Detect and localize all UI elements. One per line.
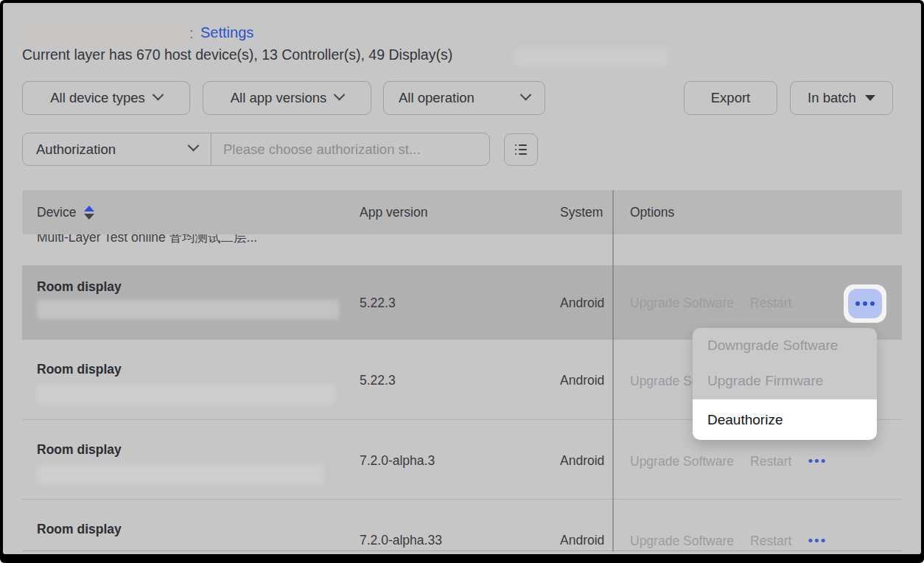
more-options-button[interactable]: ••• <box>808 533 827 549</box>
app-versions-label: All app versions <box>231 90 327 106</box>
caret-down-icon <box>865 95 875 101</box>
chevron-down-icon <box>334 88 346 100</box>
redacted-status-extra <box>514 48 669 66</box>
redacted-breadcrumb <box>22 21 187 44</box>
screenshot-frame: : Settings Current layer has 670 host de… <box>0 0 924 563</box>
redacted-device-id <box>37 300 339 319</box>
export-label: Export <box>711 90 750 106</box>
sort-icon[interactable] <box>84 206 94 220</box>
more-options-highlight-ring <box>844 284 886 323</box>
app-versions-select[interactable]: All app versions <box>203 81 371 115</box>
breadcrumb-separator: : <box>189 25 194 42</box>
device-name: Room display <box>37 442 122 458</box>
system-cell: Android <box>560 373 612 388</box>
settings-link[interactable]: Settings <box>200 24 253 41</box>
upgrade-software-link[interactable]: Upgrade Software <box>630 296 734 311</box>
device-types-select[interactable]: All device types <box>22 81 190 115</box>
table-row: Room display 7.2.0-alpha.33 Android Upgr… <box>22 499 902 554</box>
device-name: Room display <box>37 279 122 295</box>
system-cell: Android <box>560 453 612 469</box>
app-version-cell: 5.22.3 <box>360 296 396 311</box>
more-options-icon <box>855 301 860 306</box>
list-view-button[interactable] <box>504 133 538 166</box>
restart-link[interactable]: Restart <box>750 534 791 549</box>
menu-item-downgrade-software[interactable]: Downgrade Software <box>693 328 877 363</box>
column-header-options: Options <box>630 190 674 234</box>
more-options-icon <box>863 301 867 306</box>
system-cell: Android <box>560 296 612 311</box>
fixed-column-divider <box>612 190 614 551</box>
column-header-device[interactable]: Device <box>37 190 94 234</box>
authorization-field-label: Authorization <box>36 141 116 158</box>
layer-status-text: Current layer has 670 host device(s), 13… <box>22 46 452 63</box>
more-options-icon <box>870 301 875 306</box>
chevron-down-icon <box>520 88 532 100</box>
menu-item-deauthorize[interactable]: Deauthorize <box>693 399 877 440</box>
chevron-down-icon <box>188 140 200 152</box>
sort-descending-icon <box>84 214 94 220</box>
column-header-system: System <box>560 190 612 234</box>
device-name: Room display <box>37 362 122 377</box>
restart-link[interactable]: Restart <box>750 296 791 311</box>
options-cell: Upgrade Software Restart ••• <box>630 533 827 549</box>
operation-label: All operation <box>399 90 475 106</box>
upgrade-software-link[interactable]: Upgrade Software <box>630 454 734 469</box>
device-types-label: All device types <box>50 90 145 106</box>
app-version-cell: 7.2.0-alpha.33 <box>360 533 442 548</box>
authorization-status-input[interactable] <box>211 133 489 165</box>
device-name: Room display <box>37 522 122 537</box>
system-cell: Android <box>560 533 612 548</box>
menu-item-upgrade-firmware[interactable]: Upgrade Firmware <box>693 363 877 399</box>
restart-link[interactable]: Restart <box>750 454 791 469</box>
in-batch-label: In batch <box>808 90 856 106</box>
list-icon <box>513 141 529 158</box>
chevron-down-icon <box>152 88 164 100</box>
operation-select[interactable]: All operation <box>383 81 545 115</box>
table-header-row: Device App version System Options <box>22 190 902 234</box>
app-version-cell: 5.22.3 <box>360 373 396 388</box>
row-actions-context-menu: Downgrade Software Upgrade Firmware Deau… <box>693 328 877 440</box>
sort-ascending-icon <box>84 206 94 211</box>
authorization-field-select[interactable]: Authorization <box>23 133 211 165</box>
redacted-device-id <box>37 465 324 484</box>
options-cell: Upgrade Software Restart <box>630 296 791 311</box>
more-options-button[interactable]: ••• <box>808 453 827 469</box>
more-options-button[interactable] <box>848 289 882 318</box>
in-batch-button[interactable]: In batch <box>790 81 893 115</box>
app-version-cell: 7.2.0-alpha.3 <box>360 453 435 469</box>
device-management-page: : Settings Current layer has 670 host de… <box>3 3 921 554</box>
export-button[interactable]: Export <box>684 81 777 115</box>
authorization-filter-group: Authorization <box>22 133 490 166</box>
options-cell: Upgrade Software Restart ••• <box>630 453 827 469</box>
redacted-device-id <box>37 385 335 404</box>
upgrade-software-link[interactable]: Upgrade Software <box>630 534 734 549</box>
column-header-app-version: App version <box>360 190 427 234</box>
